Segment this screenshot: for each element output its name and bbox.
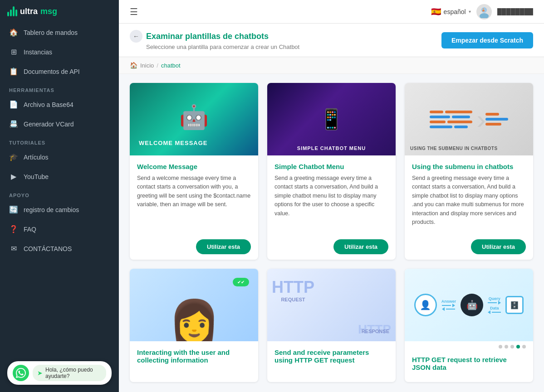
card-desc-http [274,368,388,375]
svg-point-0 [481,7,486,12]
card-image-api: 👤 Answer 🤖 Query [405,269,533,341]
card-submenu: › USING THE SUBMENU IN CHATBOTS Using th… [405,83,533,260]
breadcrumb-separator: / [157,62,158,69]
submenu-image-text: USING THE SUBMENU IN CHATBOTS [410,146,498,151]
sidebar-bottom: ➤ Hola, ¿cómo puedo ayudarte? [0,354,119,392]
sidebar-item-youtube[interactable]: ▶ YouTube [0,167,119,186]
main-content: ☰ 🇪🇸 español ▾ ████████ ← Examinar plant… [119,0,544,392]
pagination-dot-3 [510,345,514,348]
arrow-right-icon: › [477,104,486,135]
language-label: español [444,8,466,15]
card-interacting-user: 👩 ✔✔ Interacting with the user and colle… [130,269,258,382]
tutorials-section-label: TUTORIALES [0,134,119,147]
card-desc-menu: Send a greeting message every time a con… [274,174,388,227]
api-bot-icon: 🤖 [461,294,483,316]
card-image-menu: 📱 SIMPLE CHATBOT MENU [267,83,396,155]
use-btn-submenu[interactable]: Utilizar esta [471,239,526,254]
logo-text-ultra: ultra [20,7,38,16]
sidebar: ultramsg 🏠 Tablero de mandos ⊞ Instancia… [0,0,119,392]
sidebar-item-label-dashboard: Tablero de mandos [24,29,78,36]
breadcrumb: 🏠 Inicio / chatbot [119,57,544,74]
card-image-welcome: 🤖 WELCOME MESSAGE [130,83,258,155]
card-desc-user [137,368,251,375]
pagination-dot-2 [505,345,508,348]
template-grid: 🤖 WELCOME MESSAGE Welcome Message Send a… [130,83,533,382]
sidebar-item-instances[interactable]: ⊞ Instancias [0,42,119,62]
topbar-left: ☰ [130,6,138,17]
youtube-icon: ▶ [9,172,18,181]
sidebar-item-faq[interactable]: ❓ FAQ [0,219,119,239]
sidebar-item-articles[interactable]: 🎓 Artículos [0,147,119,167]
card-image-user: 👩 ✔✔ [130,269,258,341]
sidebar-nav: 🏠 Tablero de mandos ⊞ Instancias 📋 Docum… [0,23,119,258]
use-btn-welcome[interactable]: Utilizar esta [196,239,251,254]
pagination-dots [405,341,533,348]
svg-point-2 [483,8,484,10]
sidebar-item-contact[interactable]: ✉ CONTÁCTANOS [0,239,119,258]
mail-icon: ✉ [9,244,18,253]
sidebar-item-base64[interactable]: 📄 Archivo a Base64 [0,95,119,114]
card-title-http: Send and receive parameters using HTTP G… [274,348,388,364]
card-welcome-message: 🤖 WELCOME MESSAGE Welcome Message Send a… [130,83,258,260]
sidebar-item-label-api-docs: Documentos de API [24,68,80,75]
scratch-button[interactable]: Empezar desde Scratch [441,32,533,48]
svg-point-1 [480,13,489,18]
http-request-text: HTTP [272,278,314,297]
card-simple-chatbot-menu: 📱 SIMPLE CHATBOT MENU Simple Chatbot Men… [267,83,396,260]
card-body-http: Send and receive parameters using HTTP G… [267,341,396,382]
menu-toggle-button[interactable]: ☰ [130,6,138,17]
faq-icon: ❓ [9,225,18,233]
use-btn-menu[interactable]: Utilizar esta [333,239,388,254]
card-desc-welcome: Send a welcome message every time a cont… [137,174,251,227]
card-title-menu: Simple Chatbot Menu [274,163,388,170]
sidebar-item-vcard[interactable]: 📇 Generador VCard [0,114,119,134]
whatsapp-widget[interactable]: ➤ Hola, ¿cómo puedo ayudarte? [7,361,112,385]
card-title-welcome: Welcome Message [137,163,251,170]
pagination-dot-4 [516,345,520,348]
pagination-dot-1 [499,345,502,348]
whatsapp-icon [13,365,29,381]
whatsapp-bubble: ➤ Hola, ¿cómo puedo ayudarte? [33,365,106,381]
page-subtitle: Seleccione una plantilla para comenzar a… [146,44,299,50]
card-image-submenu: › USING THE SUBMENU IN CHATBOTS [405,83,533,155]
page-header: ← Examinar plantillas de chatbots Selecc… [119,24,544,57]
breadcrumb-current: chatbot [161,62,181,69]
card-title-submenu: Using the submenu in chatbots [412,163,526,170]
card-title-user: Interacting with the user and collecting… [137,348,251,364]
card-desc-submenu: Send a greeting message every time a con… [412,174,526,227]
back-button[interactable]: ← [130,30,142,43]
page-title: Examinar plantillas de chatbots [146,32,269,41]
sidebar-item-dashboard[interactable]: 🏠 Tablero de mandos [0,23,119,42]
sidebar-item-label-faq: FAQ [24,226,36,233]
sidebar-item-api-docs[interactable]: 📋 Documentos de API [0,62,119,81]
card-icon: 📇 [9,120,18,128]
sidebar-item-label-articles: Artículos [24,154,48,161]
home-breadcrumb-icon: 🏠 [130,62,137,69]
language-selector[interactable]: 🇪🇸 español ▾ [431,7,471,17]
graduation-icon: 🎓 [9,153,18,161]
menu-image-text: SIMPLE CHATBOT MENU [297,145,366,151]
logo[interactable]: ultramsg [0,0,119,23]
card-body-user: Interacting with the user and collecting… [130,341,258,382]
card-action-submenu: Utilizar esta [405,234,533,260]
card-body-json: HTTP GET request to retrieve JSON data [405,348,533,382]
sidebar-item-changelog[interactable]: 🔄 registro de cambios [0,200,119,219]
tools-section-label: HERRAMIENTAS [0,81,119,95]
chevron-down-icon: ▾ [469,9,471,14]
welcome-image-text: WELCOME MESSAGE [139,140,208,146]
page-title-row: ← Examinar plantillas de chatbots [130,30,269,43]
card-body-welcome: Welcome Message Send a welcome message e… [130,155,258,234]
user-name-label: ████████ [497,8,533,15]
home-icon: 🏠 [9,28,18,37]
user-avatar[interactable] [476,4,492,19]
pagination-dot-5 [522,345,526,348]
changelog-icon: 🔄 [9,205,18,214]
svg-rect-3 [482,10,485,11]
logo-text-msg: msg [40,7,57,16]
topbar-right: 🇪🇸 español ▾ ████████ [431,4,533,19]
logo-icon [7,6,17,16]
breadcrumb-home-link[interactable]: Inicio [140,62,154,69]
robot-icon: 🤖 [179,103,209,131]
layers-icon: ⊞ [9,48,18,56]
support-section-label: APOYO [0,186,119,200]
